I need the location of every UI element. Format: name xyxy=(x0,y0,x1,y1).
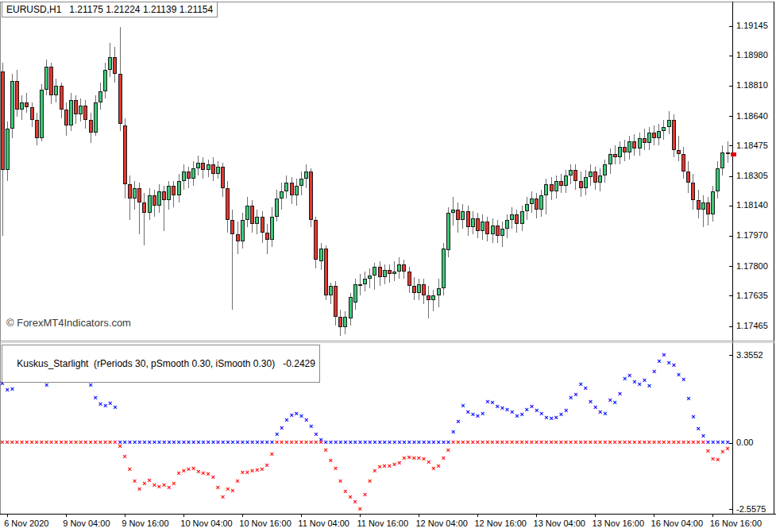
indicator-negative-marker: × xyxy=(446,447,450,454)
indicator-zero-marker: × xyxy=(74,439,78,446)
indicator-zero-marker: × xyxy=(696,439,700,446)
time-axis-tick xyxy=(595,514,596,517)
candle-body xyxy=(652,133,656,138)
indicator-negative-marker: × xyxy=(334,465,338,472)
candle-body xyxy=(250,206,254,224)
price-axis-tick xyxy=(729,116,732,117)
indicator-zero-marker: × xyxy=(265,439,269,446)
candle-body xyxy=(20,102,24,110)
candle-body xyxy=(383,270,387,277)
candle-body xyxy=(686,172,690,183)
indicator-positive-marker: × xyxy=(637,381,641,388)
indicator-zero-marker: × xyxy=(187,439,191,446)
indicator-zero-marker: × xyxy=(10,439,14,446)
indicator-zero-marker: × xyxy=(324,439,328,446)
indicator-positive-marker: × xyxy=(299,413,303,420)
price-axis-tick xyxy=(729,206,732,206)
price-axis-label: 1.18305 xyxy=(736,171,768,180)
indicator-zero-marker: × xyxy=(456,439,460,446)
candle-body xyxy=(638,138,642,149)
candle-body xyxy=(613,154,617,158)
indicator-positive-marker: × xyxy=(44,382,48,389)
candle-wick xyxy=(678,136,679,161)
indicator-positive-marker: × xyxy=(691,414,695,421)
candle-body xyxy=(79,106,83,114)
indicator-zero-marker: × xyxy=(319,439,322,446)
candle-body xyxy=(89,120,93,133)
indicator-zero-marker: × xyxy=(83,439,87,446)
candle-body xyxy=(431,295,435,301)
pane-splitter[interactable] xyxy=(0,341,774,341)
main-chart-pane[interactable] xyxy=(0,2,732,341)
indicator-zero-marker: × xyxy=(535,439,539,446)
indicator-positive-marker: × xyxy=(481,411,485,418)
candle-body xyxy=(304,172,308,179)
time-axis[interactable]: 6 Nov 20209 Nov 04:009 Nov 16:0010 Nov 0… xyxy=(0,514,776,532)
indicator-positive-marker: × xyxy=(578,381,582,388)
candle-body xyxy=(349,297,353,318)
indicator-zero-marker: × xyxy=(422,439,426,446)
time-axis-label: 9 Nov 04:00 xyxy=(63,519,110,528)
candle-body xyxy=(6,129,10,170)
candle-body xyxy=(456,210,460,221)
candle-body xyxy=(324,249,328,295)
symbol-ohlc-label: EURUSD,H1 1.21175 1.21224 1.21139 1.2115… xyxy=(2,2,218,17)
indicator-zero-marker: × xyxy=(245,439,249,446)
indicator-negative-marker: × xyxy=(196,468,200,476)
candle-body xyxy=(539,195,543,210)
indicator-zero-marker: × xyxy=(539,439,543,446)
indicator-zero-marker: × xyxy=(672,439,676,446)
indicator-zero-marker: × xyxy=(720,439,724,446)
indicator-zero-marker: × xyxy=(681,439,685,446)
indicator-zero-marker: × xyxy=(647,439,651,446)
indicator-negative-marker: × xyxy=(329,457,333,465)
candle-body xyxy=(309,172,313,220)
indicator-zero-marker: × xyxy=(216,439,220,446)
price-axis-label: 1.18475 xyxy=(736,141,768,150)
indicator-zero-marker: × xyxy=(241,439,245,446)
indicator-negative-marker: × xyxy=(265,462,269,469)
indicator-zero-marker: × xyxy=(176,439,180,446)
indicator-positive-marker: × xyxy=(584,385,588,392)
price-axis-tick xyxy=(729,26,732,27)
indicator-zero-marker: × xyxy=(54,439,58,446)
indicator-zero-marker: × xyxy=(446,439,450,446)
candle-body xyxy=(314,220,318,260)
current-price-marker xyxy=(731,152,736,156)
time-axis-tick xyxy=(536,514,537,517)
candle-wick xyxy=(389,264,390,283)
indicator-zero-marker: × xyxy=(716,439,720,446)
indicator-negative-marker: × xyxy=(348,494,352,501)
candle-body xyxy=(270,217,274,240)
indicator-negative-marker: × xyxy=(412,455,416,462)
time-axis-tick xyxy=(125,514,125,517)
candle-body xyxy=(30,107,34,120)
indicator-negative-marker: × xyxy=(226,486,230,493)
indicator-negative-marker: × xyxy=(260,466,264,473)
candle-body xyxy=(603,164,607,175)
indicator-positive-marker: × xyxy=(451,429,455,436)
indicator-zero-marker: × xyxy=(329,439,333,446)
indicator-zero-marker: × xyxy=(564,439,568,446)
indicator-name-params: Kuskus_Starlight (rPeriods 30, pSmooth 0… xyxy=(17,358,275,369)
indicator-positive-marker: × xyxy=(304,417,308,424)
time-axis-tick xyxy=(712,514,713,517)
candle-body xyxy=(25,102,29,108)
indicator-zero-marker: × xyxy=(236,439,240,446)
price-axis[interactable]: 1.191451.189801.188101.186401.184751.183… xyxy=(729,2,776,341)
indicator-positive-marker: × xyxy=(275,431,279,438)
candle-body xyxy=(118,74,122,124)
candle-body xyxy=(476,218,480,231)
indicator-zero-marker: × xyxy=(118,439,122,446)
indicator-positive-marker: × xyxy=(696,426,700,433)
indicator-positive-marker: × xyxy=(519,411,523,418)
candle-body xyxy=(388,270,392,274)
indicator-zero-marker: × xyxy=(584,439,588,446)
candle-body xyxy=(353,284,357,303)
indicator-negative-marker: × xyxy=(206,471,210,478)
candle-wick xyxy=(433,290,434,311)
price-axis-tick xyxy=(729,56,732,56)
indicator-zero-marker: × xyxy=(304,439,308,446)
price-axis-label: 1.17970 xyxy=(736,230,768,240)
indicator-axis[interactable]: 3.35520.00-2.5575 xyxy=(729,343,776,514)
